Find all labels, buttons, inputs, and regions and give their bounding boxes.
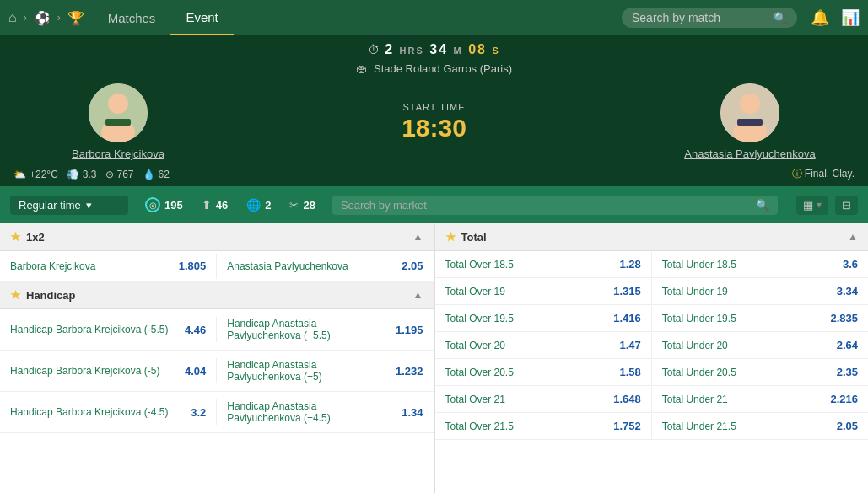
count-28[interactable]: ✂ 28 — [284, 196, 320, 215]
odds-name-right[interactable]: Handicap Anastasia Pavlyuchenkova (+5) — [227, 359, 389, 383]
odds-name-left[interactable]: Handicap Barbora Krejcikova (-4.5) — [10, 406, 172, 418]
odds-name-right[interactable]: Anastasia Pavlyuchenkova — [227, 260, 389, 272]
odds-val-left[interactable]: 1.805 — [172, 260, 206, 272]
right-section-collapse-icon[interactable]: ▲ — [848, 231, 858, 243]
total-val-left[interactable]: 1.47 — [606, 339, 641, 351]
regular-time-dropdown[interactable]: Regular time ▾ — [10, 196, 128, 215]
total-val-right[interactable]: 2.35 — [822, 366, 858, 378]
player1-name[interactable]: Barbora Krejcikova — [72, 147, 164, 160]
odds-cell-right: Handicap Anastasia Pavlyuchenkova (+5) 1… — [217, 351, 433, 391]
info-icon: ⓘ — [792, 168, 802, 180]
section-collapse-icon[interactable]: ▲ — [413, 289, 423, 301]
final-info: ⓘ Final. Clay. — [792, 167, 855, 181]
odds-cell-left: Handicap Barbora Krejcikova (-5) 4.04 — [0, 356, 216, 386]
odds-name-left[interactable]: Handicap Barbora Krejcikova (-5) — [10, 365, 172, 377]
total-val-left[interactable]: 1.315 — [606, 285, 641, 297]
total-val-right[interactable]: 3.34 — [822, 285, 858, 297]
total-cell-right: Total Under 21 2.216 — [652, 386, 868, 412]
total-row: Total Over 18.5 1.28 Total Under 18.5 3.… — [435, 251, 869, 278]
sep2: › — [57, 12, 61, 24]
total-name-right[interactable]: Total Under 19 — [662, 286, 728, 297]
odds-val-right[interactable]: 1.34 — [390, 406, 423, 419]
weather-temp: ⛅ +22°C — [13, 169, 58, 180]
filter-right: ▦ ▾ ⊟ — [796, 196, 858, 215]
total-name-right[interactable]: Total Under 19.5 — [662, 313, 736, 324]
odds-val-left[interactable]: 3.2 — [172, 406, 206, 419]
odds-val-right[interactable]: 1.195 — [390, 324, 423, 336]
total-name-left[interactable]: Total Over 21.5 — [445, 421, 514, 432]
total-val-right[interactable]: 2.835 — [822, 312, 858, 324]
total-val-left[interactable]: 1.58 — [606, 366, 641, 378]
count-46[interactable]: ⬆ 46 — [197, 195, 233, 215]
odds-row: Handicap Barbora Krejcikova (-5.5) 4.46 … — [0, 309, 434, 351]
search-input[interactable] — [632, 11, 767, 24]
chart-icon[interactable]: 📊 — [841, 8, 860, 27]
earth-icon: 🌐 — [246, 198, 261, 212]
total-val-left[interactable]: 1.752 — [606, 420, 641, 432]
search-bar[interactable]: 🔍 — [622, 8, 797, 28]
total-val-right[interactable]: 3.6 — [822, 258, 858, 271]
total-val-right[interactable]: 2.64 — [822, 339, 858, 351]
odds-row: Barbora Krejcikova 1.805 Anastasia Pavly… — [0, 251, 434, 281]
section-label: Handicap — [26, 289, 76, 302]
odds-val-left[interactable]: 4.04 — [172, 365, 206, 378]
total-row: Total Over 19 1.315 Total Under 19 3.34 — [435, 278, 869, 305]
total-cell-left: Total Over 20.5 1.58 — [435, 359, 651, 385]
total-name-right[interactable]: Total Under 20 — [662, 340, 728, 351]
filter-icon: ⊟ — [842, 199, 851, 212]
player1-avatar — [89, 83, 148, 142]
count-2-value: 2 — [265, 199, 271, 212]
right-section-title: ★ Total — [445, 230, 487, 244]
left-panel: ★ 1x2 ▲ Barbora Krejcikova 1.805 Anastas… — [0, 223, 434, 493]
total-name-right[interactable]: Total Under 21.5 — [662, 421, 736, 432]
total-val-left[interactable]: 1.648 — [606, 393, 641, 405]
total-cell-left: Total Over 21 1.648 — [435, 386, 651, 412]
weather-humidity: 💧 62 — [143, 169, 170, 180]
filter-counts: ◎ 195 ⬆ 46 🌐 2 ✂ 28 — [140, 194, 321, 216]
section-header-1x2[interactable]: ★ 1x2 ▲ — [0, 223, 434, 251]
odds-name-right[interactable]: Handicap Anastasia Pavlyuchenkova (+5.5) — [227, 318, 389, 341]
odds-val-left[interactable]: 4.46 — [172, 324, 206, 336]
home-icon[interactable]: ⌂ — [8, 10, 17, 25]
total-name-left[interactable]: Total Over 19.5 — [445, 313, 514, 324]
total-name-left[interactable]: Total Over 20 — [445, 340, 505, 351]
section-header-handicap[interactable]: ★ Handicap ▲ — [0, 281, 434, 309]
section-collapse-icon[interactable]: ▲ — [413, 231, 423, 243]
total-name-left[interactable]: Total Over 18.5 — [445, 259, 514, 271]
total-val-left[interactable]: 1.28 — [606, 258, 641, 271]
odds-name-right[interactable]: Handicap Anastasia Pavlyuchenkova (+4.5) — [227, 400, 389, 424]
trophy-icon[interactable]: 🏆 — [67, 10, 84, 26]
total-name-right[interactable]: Total Under 18.5 — [662, 259, 736, 271]
market-search[interactable]: 🔍 — [332, 196, 778, 215]
odds-name-left[interactable]: Handicap Barbora Krejcikova (-5.5) — [10, 324, 172, 335]
market-search-input[interactable] — [341, 199, 749, 212]
odds-val-right[interactable]: 2.05 — [390, 260, 423, 272]
count-195-value: 195 — [164, 199, 183, 212]
bell-icon[interactable]: 🔔 — [811, 8, 829, 27]
total-row: Total Over 21 1.648 Total Under 21 2.216 — [435, 386, 869, 413]
total-name-left[interactable]: Total Over 20.5 — [445, 367, 514, 378]
total-name-right[interactable]: Total Under 21 — [662, 394, 728, 405]
count-195[interactable]: ◎ 195 — [140, 194, 188, 216]
filter-button[interactable]: ⊟ — [835, 196, 858, 215]
total-name-left[interactable]: Total Over 21 — [445, 394, 505, 405]
total-name-right[interactable]: Total Under 20.5 — [662, 367, 736, 378]
total-row: Total Over 19.5 1.416 Total Under 19.5 2… — [435, 305, 869, 332]
odds-name-left[interactable]: Barbora Krejcikova — [10, 260, 172, 272]
total-val-left[interactable]: 1.416 — [606, 312, 641, 324]
total-name-left[interactable]: Total Over 19 — [445, 286, 505, 297]
sport-icon[interactable]: ⚽ — [34, 10, 51, 26]
timer-hrs-label: HRS — [400, 46, 424, 56]
player2-name[interactable]: Anastasia Pavlyuchenkova — [684, 147, 815, 160]
odds-cell-left: Barbora Krejcikova 1.805 — [0, 251, 216, 281]
regular-time-label: Regular time — [19, 199, 81, 212]
tab-event[interactable]: Event — [170, 0, 233, 35]
total-val-right[interactable]: 2.216 — [822, 393, 858, 405]
right-section-header[interactable]: ★ Total ▲ — [435, 223, 869, 251]
odds-val-right[interactable]: 1.232 — [390, 365, 423, 378]
layout-button[interactable]: ▦ ▾ — [796, 196, 828, 215]
total-cell-right: Total Under 19.5 2.835 — [652, 305, 868, 331]
tab-matches[interactable]: Matches — [93, 0, 171, 35]
total-val-right[interactable]: 2.05 — [822, 420, 858, 432]
count-2[interactable]: 🌐 2 — [241, 195, 276, 215]
